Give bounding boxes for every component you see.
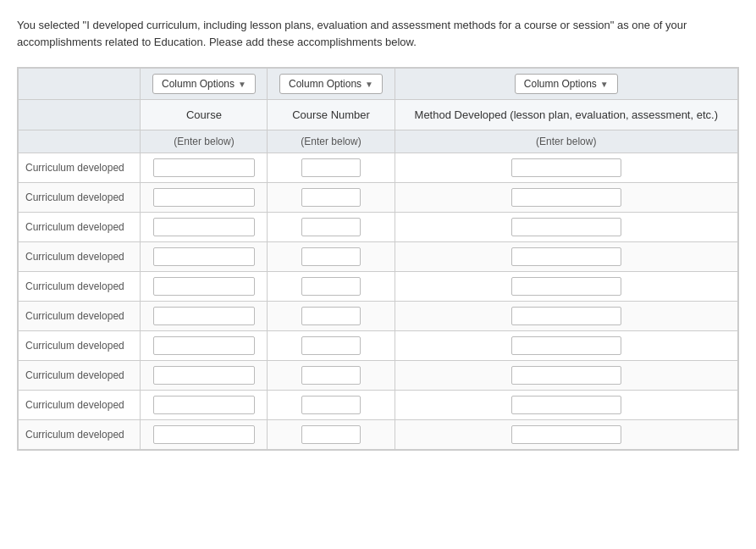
col2-input-9[interactable] [301,425,361,444]
col2-input-7[interactable] [301,366,361,385]
col2-input-8[interactable] [301,396,361,414]
row-label-8: Curriculum developed [19,391,141,420]
intro-text: You selected "I developed curriculum, in… [17,17,739,50]
col1-input-7[interactable] [153,366,255,385]
col3-input-2[interactable] [511,218,621,236]
col2-input-2[interactable] [301,218,361,236]
col1-cell-4 [141,272,268,302]
col2-input-3[interactable] [301,247,361,266]
col2-options-header: Column Options ▼ [268,69,395,100]
row-label-7: Curriculum developed [19,361,141,391]
col1-input-5[interactable] [153,307,255,325]
col2-input-5[interactable] [301,307,361,325]
col1-cell-8 [141,391,268,420]
col1-cell-9 [141,420,268,450]
col1-header-label: Course [141,100,268,130]
col2-cell-8 [268,391,395,420]
col3-cell-0 [395,153,737,183]
col2-cell-1 [268,183,395,213]
col2-options-label: Column Options [289,78,361,90]
row-label-0: Curriculum developed [19,153,141,183]
col1-cell-3 [141,242,268,272]
col1-input-1[interactable] [153,188,255,207]
col2-enter-below: (Enter below) [268,130,395,153]
col2-input-0[interactable] [301,158,361,177]
col3-input-8[interactable] [511,396,621,414]
col3-cell-7 [395,361,737,391]
col3-options-label: Column Options [524,78,597,90]
col3-input-0[interactable] [511,158,621,177]
col3-cell-2 [395,213,737,242]
col3-cell-1 [395,183,737,213]
table-row: Curriculum developed [19,272,738,302]
col1-input-3[interactable] [153,247,255,266]
col1-options-button[interactable]: Column Options ▼ [152,74,256,94]
col1-input-0[interactable] [153,158,255,177]
col3-enter-below: (Enter below) [395,130,737,153]
col2-input-4[interactable] [301,277,361,296]
col1-enter-below: (Enter below) [141,130,268,153]
col3-input-1[interactable] [511,188,621,207]
col1-input-2[interactable] [153,218,255,236]
col3-cell-6 [395,331,737,361]
col1-cell-5 [141,302,268,331]
row-label-3: Curriculum developed [19,242,141,272]
col3-input-7[interactable] [511,366,621,385]
col3-cell-4 [395,272,737,302]
table-row: Curriculum developed [19,391,738,420]
col2-cell-3 [268,242,395,272]
row-label-6: Curriculum developed [19,331,141,361]
col3-cell-3 [395,242,737,272]
col2-cell-6 [268,331,395,361]
table-row: Curriculum developed [19,183,738,213]
col3-input-9[interactable] [511,425,621,444]
col3-input-5[interactable] [511,307,621,325]
row-label-9: Curriculum developed [19,420,141,450]
table-row: Curriculum developed [19,420,738,450]
main-table-container: Column Options ▼ Column Options ▼ Column… [17,67,739,451]
col1-input-9[interactable] [153,425,255,444]
col3-input-6[interactable] [511,336,621,355]
empty-header-3 [19,130,141,153]
data-table: Column Options ▼ Column Options ▼ Column… [18,68,738,450]
col2-cell-4 [268,272,395,302]
col1-chevron-icon: ▼ [238,80,246,89]
col2-cell-0 [268,153,395,183]
col3-header-label: Method Developed (lesson plan, evaluatio… [395,100,737,130]
col2-options-button[interactable]: Column Options ▼ [279,74,383,94]
col3-options-header: Column Options ▼ [395,69,737,100]
col1-cell-7 [141,361,268,391]
empty-header-2 [19,100,141,130]
col1-cell-6 [141,331,268,361]
row-label-4: Curriculum developed [19,272,141,302]
col2-chevron-icon: ▼ [365,80,373,89]
table-row: Curriculum developed [19,242,738,272]
col3-options-button[interactable]: Column Options ▼ [515,74,618,94]
col2-cell-7 [268,361,395,391]
row-label-2: Curriculum developed [19,213,141,242]
col2-cell-9 [268,420,395,450]
col2-cell-5 [268,302,395,331]
row-label-1: Curriculum developed [19,183,141,213]
col1-input-6[interactable] [153,336,255,355]
col2-input-6[interactable] [301,336,361,355]
table-row: Curriculum developed [19,213,738,242]
col1-options-header: Column Options ▼ [141,69,268,100]
row-label-5: Curriculum developed [19,302,141,331]
table-row: Curriculum developed [19,361,738,391]
empty-header [19,69,141,100]
col2-input-1[interactable] [301,188,361,207]
col2-header-label: Course Number [268,100,395,130]
col3-cell-5 [395,302,737,331]
table-row: Curriculum developed [19,331,738,361]
col1-input-8[interactable] [153,396,255,414]
col3-cell-8 [395,391,737,420]
col1-cell-0 [141,153,268,183]
col3-input-4[interactable] [511,277,621,296]
table-row: Curriculum developed [19,153,738,183]
col3-chevron-icon: ▼ [600,80,609,89]
col2-cell-2 [268,213,395,242]
col1-cell-1 [141,183,268,213]
col3-input-3[interactable] [511,247,621,266]
col1-input-4[interactable] [153,277,255,296]
